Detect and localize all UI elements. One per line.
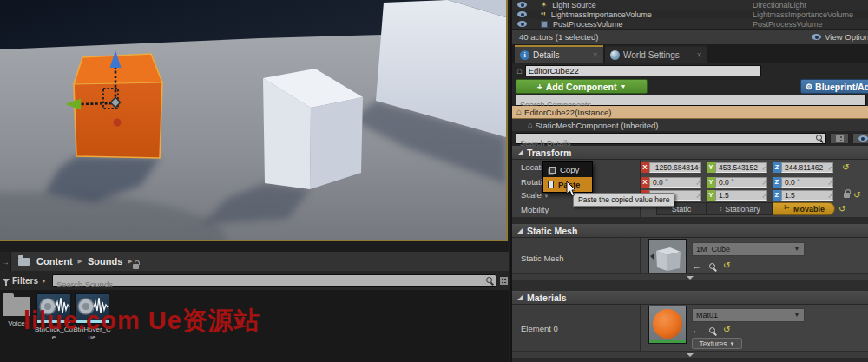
element0-label: Element 0: [512, 305, 641, 351]
history-forward-button[interactable]: →: [0, 252, 11, 271]
visibility-eye-icon[interactable]: [517, 2, 527, 8]
material-dropdown[interactable]: Mat01 ▼: [692, 308, 805, 322]
property-row-element0: Element 0: [512, 305, 868, 351]
static-mesh-dropdown[interactable]: 1M_Cube ▼: [692, 242, 805, 256]
scrubber-icon[interactable]: ↕: [826, 179, 833, 187]
lock-icon[interactable]: [133, 264, 139, 269]
mobility-movable-button[interactable]: ↔↕ Movable: [773, 202, 835, 215]
location-x-field[interactable]: -1250.684814↕: [649, 162, 701, 173]
filter-funnel-icon: [3, 279, 10, 283]
static-mesh-label: Static Mesh: [512, 238, 641, 273]
actor-name-row: ⌂: [512, 63, 868, 78]
close-icon[interactable]: ✕: [592, 51, 598, 59]
view-settings-icon[interactable]: [500, 277, 508, 285]
eye-icon: [812, 34, 821, 40]
search-components-box: [516, 95, 866, 106]
section-header-transform[interactable]: Transform: [512, 146, 868, 160]
search-details-box: [516, 133, 826, 144]
details-info-icon: i: [520, 50, 529, 60]
viewport-scene: [0, 0, 506, 240]
search-icon: [816, 135, 822, 141]
scale-y-field[interactable]: 1.5↕: [715, 190, 767, 201]
breadcrumb-arrow-icon: ▶: [78, 258, 82, 265]
rotation-z-field[interactable]: 0.0 °↕: [781, 177, 833, 188]
static-mesh-thumbnail[interactable]: [648, 239, 687, 277]
close-icon[interactable]: ✕: [696, 51, 702, 59]
browse-icon[interactable]: [709, 327, 715, 333]
search-components-row: [512, 95, 868, 106]
world-outliner: ☀ Light Source DirectionalLight *! Light…: [512, 0, 868, 29]
section-header-static-mesh[interactable]: Static Mesh: [512, 224, 868, 238]
reset-icon[interactable]: ↺: [723, 326, 730, 334]
section-gap: [512, 280, 868, 291]
chevron-down-icon: ▼: [620, 83, 626, 89]
content-browser-path-bar: → Content ▶ Sounds ▶: [0, 252, 509, 271]
tab-strip: i Details ✕ World Settings ✕: [512, 45, 868, 63]
axis-z-badge: Z: [773, 162, 781, 173]
location-z-field[interactable]: 244.811462↕: [781, 162, 833, 173]
expanded-arrow-icon: [517, 228, 523, 234]
directional-light-icon: ☀: [541, 2, 547, 9]
rotation-x-field[interactable]: 0.0 °↕: [649, 177, 701, 188]
scrubber-icon[interactable]: ↕: [760, 192, 767, 200]
reset-icon[interactable]: ↺: [723, 261, 730, 270]
visibility-eye-icon[interactable]: [517, 21, 527, 27]
actor-name-input[interactable]: [525, 65, 761, 76]
actor-lock-icon[interactable]: ⌂: [516, 66, 523, 75]
reset-icon[interactable]: ↺: [838, 205, 845, 214]
outliner-row-lightmass-volume[interactable]: *! LightmassImportanceVolume LightmassIm…: [512, 10, 868, 19]
scrubber-icon[interactable]: ↕: [694, 192, 701, 200]
mobility-stationary-button[interactable]: ↕ Stationary: [707, 202, 773, 215]
use-selected-icon[interactable]: ←: [692, 326, 701, 334]
add-component-button[interactable]: + Add Component ▼: [516, 79, 648, 94]
tab-world-settings[interactable]: World Settings ✕: [605, 45, 707, 63]
visibility-eye-icon[interactable]: [517, 11, 527, 17]
scrubber-icon[interactable]: ↕: [760, 179, 767, 187]
property-row-mobility: Mobility Static ↕ Stationary ↔↕ Movable …: [512, 201, 868, 217]
use-selected-icon[interactable]: ←: [692, 261, 701, 270]
static-mesh-expander[interactable]: [512, 273, 868, 280]
copy-icon: [549, 167, 556, 174]
paste-icon: [548, 181, 554, 188]
browse-icon[interactable]: [709, 263, 715, 269]
filters-button[interactable]: Filters: [12, 276, 38, 286]
scrubber-icon[interactable]: ↕: [826, 192, 833, 200]
watermark: lilue.com Ue资源站: [23, 304, 260, 339]
tab-details[interactable]: i Details ✕: [515, 45, 603, 63]
search-sounds-input[interactable]: [53, 279, 496, 290]
context-menu-copy[interactable]: Copy: [543, 162, 592, 177]
scale-z-field[interactable]: 1.5↕: [781, 190, 833, 201]
scrubber-icon[interactable]: ↕: [694, 179, 701, 187]
chevron-down-icon[interactable]: ▼: [543, 194, 549, 199]
location-y-field[interactable]: 453.543152↕: [715, 162, 767, 173]
textures-button[interactable]: Textures ▼: [692, 338, 742, 349]
level-viewport[interactable]: [0, 0, 508, 241]
reset-icon[interactable]: ↺: [853, 191, 860, 200]
tooltip: Paste the copied value here: [573, 193, 674, 207]
blueprint-add-script-button[interactable]: ⚙ Blueprint/Add Script: [800, 79, 868, 94]
component-row-staticmesh[interactable]: ⌂ StaticMeshComponent (Inherited): [512, 119, 868, 131]
rotation-y-field[interactable]: 0.0 °↕: [715, 177, 767, 188]
actor-count: 40 actors (1 selected): [519, 32, 598, 42]
globe-icon: [610, 50, 620, 60]
materials-expander[interactable]: [512, 351, 868, 358]
view-options-button[interactable]: View Options: [812, 32, 868, 42]
lock-scale-icon[interactable]: [844, 193, 850, 198]
outliner-row-postprocess-volume[interactable]: PostProcessVolume PostProcessVolume: [512, 19, 868, 29]
scrubber-icon[interactable]: ↕: [760, 164, 767, 172]
folder-icon: [18, 258, 30, 266]
display-filter-button[interactable]: [852, 133, 868, 144]
scrubber-icon[interactable]: ↕: [826, 164, 833, 172]
axis-x-badge: X: [641, 162, 649, 173]
outliner-row-light-source[interactable]: ☀ Light Source DirectionalLight: [512, 0, 868, 10]
breadcrumb-content[interactable]: Content: [36, 256, 73, 267]
search-details-row: [512, 131, 868, 146]
section-header-materials[interactable]: Materials: [512, 291, 868, 305]
axis-y-badge: Y: [707, 177, 715, 188]
material-thumbnail[interactable]: [648, 306, 687, 344]
breadcrumb-sounds[interactable]: Sounds: [88, 256, 122, 267]
details-panel-area: ☀ Light Source DirectionalLight *! Light…: [510, 0, 868, 362]
reset-icon[interactable]: ↺: [842, 163, 849, 172]
component-row-instance[interactable]: ⌂ EditorCube22(Instance): [512, 106, 868, 119]
property-matrix-button[interactable]: [830, 133, 849, 144]
